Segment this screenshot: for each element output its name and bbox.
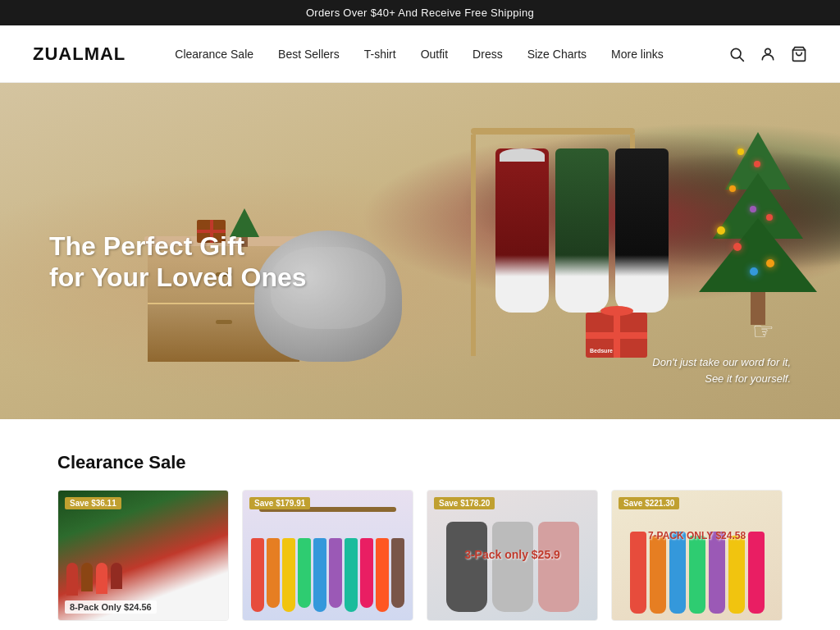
clearance-section: Clearance Sale Save $36.11 8-Pack Only $…: [0, 419, 840, 630]
product-card-3[interactable]: Save $178.20 3-Pack only $25.9: [427, 490, 598, 621]
garment-green: [555, 148, 609, 313]
hero-tagline-line1: Don't just take our word for it,: [652, 356, 791, 368]
hero-section[interactable]: Bedsure The Perfect Gift for Your Loved …: [0, 83, 840, 419]
garment-black: [615, 148, 669, 313]
xmas-tree-large: [692, 132, 824, 325]
product-4-save-badge: Save $221.30: [619, 497, 679, 509]
product-2-save-badge: Save $179.91: [249, 497, 310, 509]
svg-point-2: [765, 48, 771, 54]
nav-item-best-sellers[interactable]: Best Sellers: [278, 48, 340, 61]
clearance-section-title: Clearance Sale: [57, 452, 783, 473]
product-card-4[interactable]: Save $221.30 7-PACK ONLY $24.58: [611, 490, 783, 621]
logo[interactable]: ZUALMAL: [33, 43, 126, 65]
nav-item-more-links[interactable]: More links: [611, 48, 664, 61]
search-button[interactable]: [728, 46, 745, 62]
nav-item-clearance-sale[interactable]: Clearance Sale: [175, 48, 253, 61]
header-icons: [728, 46, 807, 62]
product-grid: Save $36.11 8-Pack Only $24.56: [57, 490, 783, 621]
product-4-price-overlay: 7-PACK ONLY $24.58: [648, 529, 746, 543]
rack-leg-left: [471, 135, 476, 356]
garment-red: [495, 148, 549, 313]
hand-pointer-icon: ☞: [752, 317, 774, 345]
rack-top-bar: [471, 128, 635, 135]
svg-line-1: [740, 57, 744, 61]
product-card-1[interactable]: Save $36.11 8-Pack Only $24.56: [57, 490, 229, 621]
gift-box-red: Bedsure: [586, 313, 647, 358]
top-banner: Orders Over $40+ And Receive Free Shippi…: [0, 0, 840, 25]
nav-item-outfit[interactable]: Outfit: [421, 48, 448, 61]
sweaters-row: [251, 538, 404, 612]
hero-text-block: The Perfect Gift for Your Loved Ones: [49, 231, 307, 294]
product-4-image: [612, 491, 782, 620]
product-2-image: [243, 491, 413, 620]
product-3-price-overlay: 3-Pack only $25.9: [464, 547, 560, 564]
header: ZUALMAL Clearance Sale Best Sellers T-sh…: [0, 25, 840, 83]
clothes-rack: [454, 128, 651, 135]
nav-item-dress[interactable]: Dress: [472, 48, 503, 61]
search-icon: [728, 46, 745, 62]
xmas-figures: [66, 563, 122, 596]
hero-tagline-line2: See it for yourself.: [705, 372, 791, 385]
drawer-handle-2: [216, 320, 232, 324]
cart-button[interactable]: [791, 46, 807, 62]
nav-item-size-charts[interactable]: Size Charts: [527, 48, 587, 61]
product-3-save-badge: Save $178.20: [434, 497, 495, 509]
white-collar-left: [500, 148, 545, 162]
account-button[interactable]: [760, 46, 776, 62]
hero-title-line2: for Your Loved Ones: [49, 262, 307, 293]
nav-item-t-shirt[interactable]: T-shirt: [364, 48, 396, 61]
product-1-save-badge: Save $36.11: [65, 497, 121, 509]
product-1-price: 8-Pack Only $24.56: [65, 600, 157, 614]
cart-icon: [791, 46, 807, 62]
bedsure-label: Bedsure: [590, 348, 613, 354]
main-nav: Clearance Sale Best Sellers T-shirt Outf…: [175, 48, 728, 61]
product-card-2[interactable]: Save $179.91: [242, 490, 413, 621]
account-icon: [760, 46, 776, 62]
hero-title-line1: The Perfect Gift: [49, 231, 307, 262]
hero-tagline: Don't just take our word for it, See it …: [652, 354, 791, 386]
garments: [495, 148, 669, 313]
banner-text: Orders Over $40+ And Receive Free Shippi…: [306, 7, 534, 19]
